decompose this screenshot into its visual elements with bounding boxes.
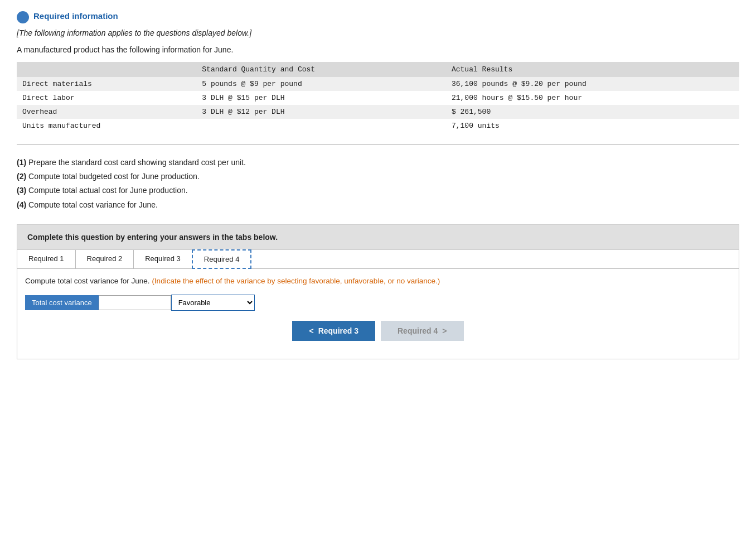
answer-label: Total cost variance [25,295,99,310]
instruction-plain: Compute total cost variance for June. [25,277,150,285]
question-1: (1) Prepare the standard cost card showi… [17,156,739,170]
tab-required-2[interactable]: Required 2 [76,250,134,268]
instruction-orange: (Indicate the effect of the variance by … [150,277,440,285]
required-info-header: Required information [33,11,118,21]
next-label: Required 4 [398,326,438,335]
col-header-standard: Standard Quantity and Cost [196,62,446,77]
row-actual: 7,100 units [446,119,739,133]
row-actual: 36,100 pounds @ $9.20 per pound [446,77,739,91]
row-standard: 5 pounds @ $9 per pound [196,77,446,91]
row-label: Overhead [17,105,196,119]
row-label: Units manufactured [17,119,196,133]
prev-button[interactable]: < Required 3 [292,321,375,341]
prev-label: Required 3 [318,326,358,335]
row-standard [196,119,446,133]
row-standard: 3 DLH @ $12 per DLH [196,105,446,119]
app-logo [17,11,29,23]
table-row: Units manufactured 7,100 units [17,119,739,133]
variance-effect-select[interactable]: FavorableUnfavorableNo variance [171,295,255,311]
col-header-actual: Actual Results [446,62,739,77]
tabs-row: Required 1Required 2Required 3Required 4 [17,250,739,269]
next-arrow-icon: > [442,326,447,335]
question-2: (2) Compute total budgeted cost for June… [17,170,739,184]
italic-note: [The following information applies to th… [17,28,739,37]
nav-buttons: < Required 3 Required 4 > [25,321,731,341]
cost-variance-input[interactable] [99,295,171,310]
row-label: Direct materials [17,77,196,91]
table-row: Overhead 3 DLH @ $12 per DLH $ 261,500 [17,105,739,119]
row-label: Direct labor [17,91,196,105]
tab-required-4[interactable]: Required 4 [192,249,252,269]
col-header-empty [17,62,196,77]
row-actual: 21,000 hours @ $15.50 per hour [446,91,739,105]
prev-arrow-icon: < [309,326,313,335]
table-row: Direct labor 3 DLH @ $15 per DLH 21,000 … [17,91,739,105]
table-row: Direct materials 5 pounds @ $9 per pound… [17,77,739,91]
next-button[interactable]: Required 4 > [381,321,464,341]
questions-list: (1) Prepare the standard cost card showi… [17,156,739,212]
question-3: (3) Compute total actual cost for June p… [17,184,739,198]
tab-required-1[interactable]: Required 1 [17,250,76,268]
intro-text: A manufactured product has the following… [17,45,739,54]
divider [17,144,739,145]
tab-instruction: Compute total cost variance for June. (I… [25,276,731,287]
row-actual: $ 261,500 [446,105,739,119]
row-standard: 3 DLH @ $15 per DLH [196,91,446,105]
tab-content: Compute total cost variance for June. (I… [17,269,739,359]
question-4: (4) Compute total cost variance for June… [17,198,739,212]
answer-row: Total cost variance FavorableUnfavorable… [25,295,731,311]
complete-banner: Complete this question by entering your … [17,224,739,250]
tab-required-3[interactable]: Required 3 [134,250,192,268]
tabs-container: Required 1Required 2Required 3Required 4… [17,250,739,359]
data-table: Standard Quantity and Cost Actual Result… [17,62,739,133]
